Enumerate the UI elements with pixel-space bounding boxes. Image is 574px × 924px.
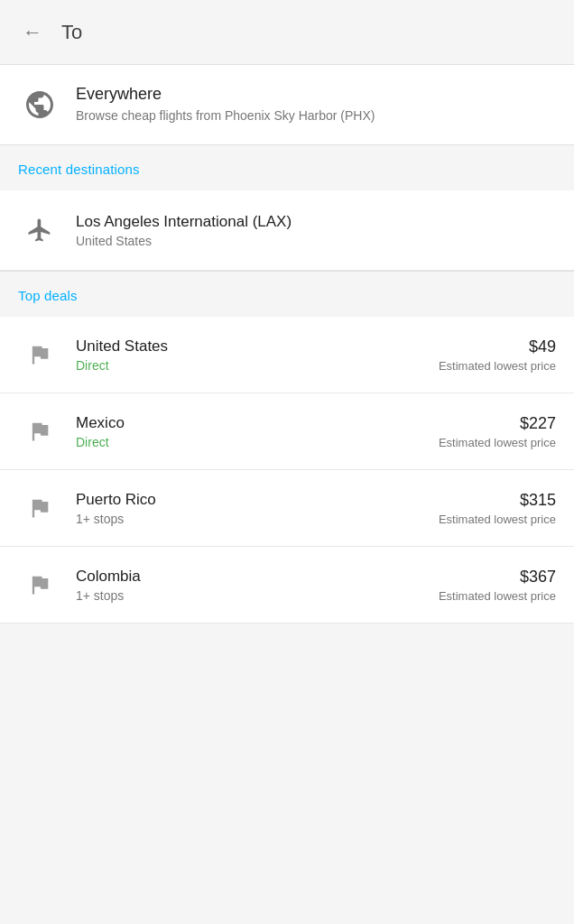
deal-est-2: Estimated lowest price (439, 513, 556, 526)
deal-price-wrap-3: $367Estimated lowest price (439, 568, 556, 603)
recent-section-label: Recent destinations (18, 162, 140, 177)
deal-row-3[interactable]: Colombia1+ stops$367Estimated lowest pri… (0, 547, 574, 624)
deal-info-3: Colombia1+ stops (76, 568, 439, 603)
recent-destination-row-0[interactable]: Los Angeles International (LAX) United S… (0, 190, 574, 271)
deal-est-0: Estimated lowest price (439, 359, 556, 373)
deal-info-2: Puerto Rico1+ stops (76, 491, 439, 526)
flag-svg-icon (27, 495, 52, 521)
deal-stops-0: Direct (76, 358, 439, 373)
globe-svg-icon (23, 88, 56, 121)
recent-dest-subtitle-0: United States (76, 234, 292, 248)
deal-destination-3: Colombia (76, 568, 439, 586)
deal-destination-1: Mexico (76, 414, 439, 432)
everywhere-row[interactable]: Everywhere Browse cheap flights from Pho… (0, 65, 574, 144)
deal-destination-0: United States (76, 337, 439, 356)
deal-stops-3: 1+ stops (76, 588, 439, 603)
deal-row-2[interactable]: Puerto Rico1+ stops$315Estimated lowest … (0, 470, 574, 547)
flag-icon (18, 563, 61, 606)
flag-svg-icon (27, 419, 52, 444)
deal-row-0[interactable]: United StatesDirect$49Estimated lowest p… (0, 317, 574, 393)
deal-stops-2: 1+ stops (76, 512, 439, 526)
deal-price-0: $49 (529, 337, 556, 356)
deal-info-0: United StatesDirect (76, 337, 439, 373)
deal-price-wrap-2: $315Estimated lowest price (439, 491, 556, 526)
globe-icon (18, 83, 61, 126)
deal-row-1[interactable]: MexicoDirect$227Estimated lowest price (0, 393, 574, 470)
header: ← To (0, 0, 574, 65)
deal-info-1: MexicoDirect (76, 414, 439, 449)
deal-price-2: $315 (520, 491, 556, 510)
deal-stops-1: Direct (76, 435, 439, 449)
deal-price-wrap-1: $227Estimated lowest price (439, 414, 556, 449)
everywhere-text: Everywhere Browse cheap flights from Pho… (76, 85, 375, 125)
back-button[interactable]: ← (14, 14, 51, 51)
top-deals-section-label-wrap: Top deals (0, 272, 574, 317)
flag-icon (18, 410, 61, 453)
plane-svg-icon (26, 217, 53, 244)
recent-dest-title-0: Los Angeles International (LAX) (76, 213, 292, 231)
flag-svg-icon (27, 342, 52, 367)
plane-icon (18, 208, 61, 252)
everywhere-title: Everywhere (76, 85, 375, 104)
flag-icon (18, 486, 61, 530)
everywhere-subtitle: Browse cheap flights from Phoenix Sky Ha… (76, 107, 375, 125)
deal-est-1: Estimated lowest price (439, 436, 556, 449)
recent-dest-text-0: Los Angeles International (LAX) United S… (76, 213, 292, 248)
deal-destination-2: Puerto Rico (76, 491, 439, 509)
top-deals-section-label: Top deals (18, 288, 78, 303)
back-arrow-icon: ← (23, 21, 42, 44)
deal-price-wrap-0: $49Estimated lowest price (439, 337, 556, 373)
page-title: To (61, 21, 82, 44)
deal-price-3: $367 (520, 568, 556, 587)
flag-svg-icon (27, 572, 52, 597)
deal-price-1: $227 (520, 414, 556, 433)
recent-section-label-wrap: Recent destinations (0, 145, 574, 190)
deals-container: United StatesDirect$49Estimated lowest p… (0, 317, 574, 624)
flag-icon (18, 333, 61, 376)
deal-est-3: Estimated lowest price (439, 589, 556, 603)
